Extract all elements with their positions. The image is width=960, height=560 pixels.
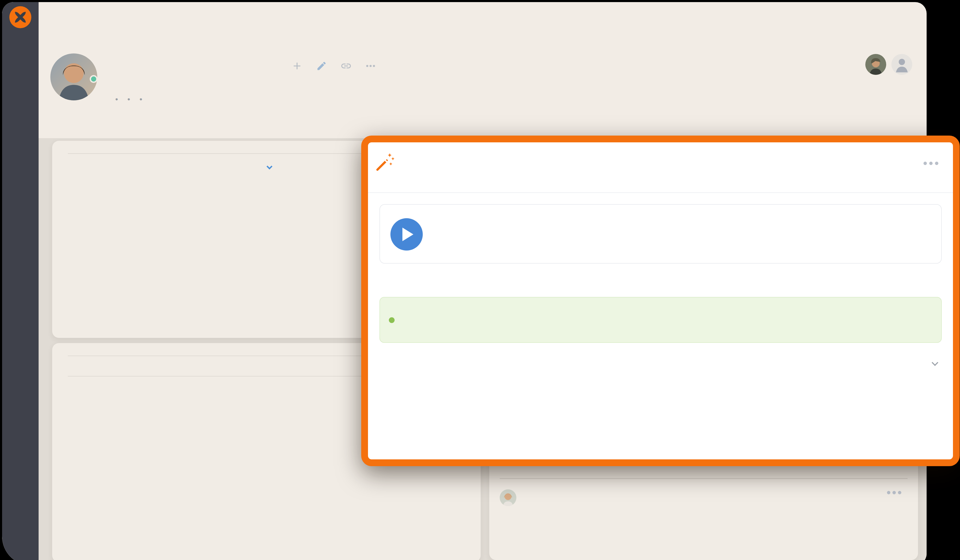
- x-logo-icon: [8, 5, 32, 29]
- divider: [500, 478, 907, 479]
- edit-pencil-icon[interactable]: [315, 60, 328, 72]
- meta-separator: •: [128, 95, 130, 104]
- play-icon: [402, 228, 413, 241]
- add-icon[interactable]: [291, 60, 303, 72]
- header-actions: [291, 60, 377, 72]
- tab-letters[interactable]: [120, 123, 124, 129]
- online-status-dot: [90, 75, 98, 83]
- activity-feed: [489, 468, 918, 494]
- app-logo[interactable]: [8, 5, 32, 29]
- play-button[interactable]: [390, 218, 423, 250]
- magic-wand-icon: [374, 151, 396, 173]
- meta-separator: •: [115, 95, 118, 104]
- placeholder-avatar[interactable]: [891, 54, 912, 75]
- details-collapse-icon[interactable]: [931, 359, 938, 366]
- more-options-icon[interactable]: [365, 60, 377, 72]
- verdict-status-dot: [389, 317, 395, 323]
- comment-author-avatar[interactable]: [500, 489, 517, 506]
- ai-panel-menu-icon[interactable]: [923, 162, 938, 165]
- verdict-card: [379, 297, 942, 343]
- comment-menu-icon[interactable]: [887, 491, 901, 494]
- link-icon[interactable]: [340, 60, 352, 72]
- chevron-down-icon: [266, 163, 272, 169]
- audio-player: [379, 204, 942, 263]
- meta-separator: •: [139, 95, 142, 104]
- ai-voice-screening-panel: [361, 136, 960, 466]
- divider: [368, 192, 953, 193]
- top-right-avatars: [865, 54, 912, 75]
- recruiter-avatar[interactable]: [865, 54, 886, 75]
- tab-files[interactable]: [96, 123, 100, 129]
- screenshot-stage: • • •: [0, 0, 960, 560]
- candidate-meta: • • •: [110, 95, 147, 104]
- sidebar: [2, 2, 38, 560]
- profile-tabs: [56, 123, 124, 129]
